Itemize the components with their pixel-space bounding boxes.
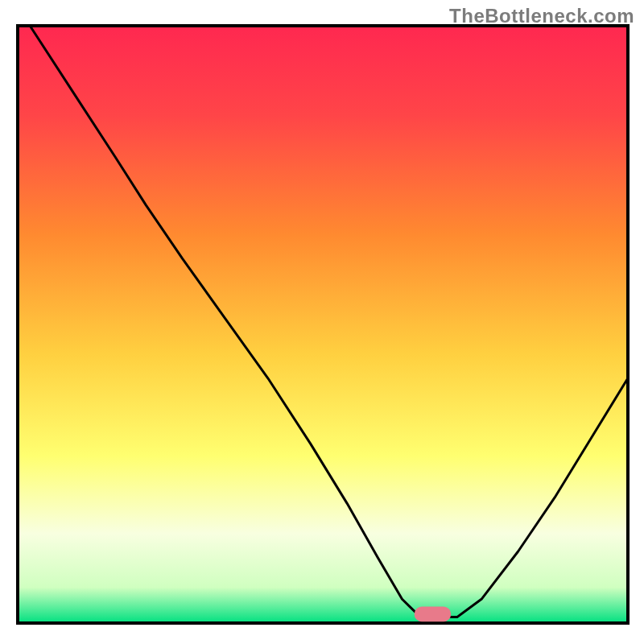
minimum-marker — [415, 607, 452, 622]
chart-container — [0, 0, 644, 644]
bottleneck-chart — [0, 0, 644, 644]
watermark-text: TheBottleneck.com — [449, 5, 634, 27]
gradient-background — [18, 26, 628, 623]
